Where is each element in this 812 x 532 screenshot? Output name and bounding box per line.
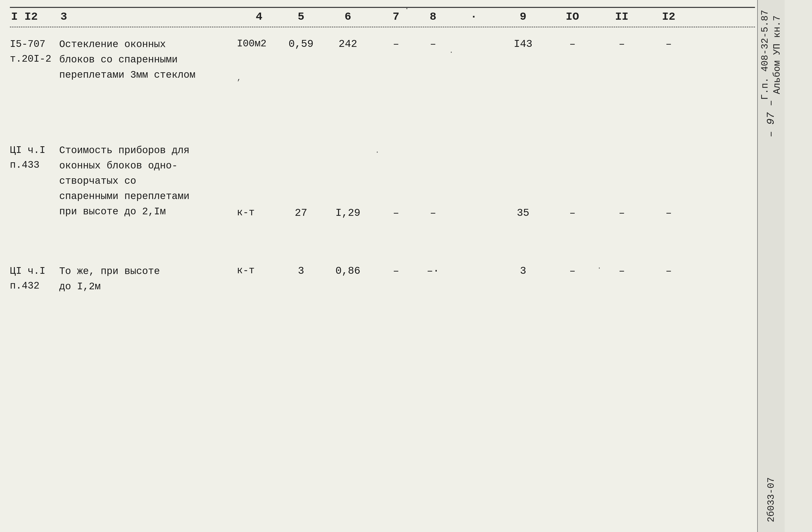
- sidebar-right: Г.п. 408-32-5.87 Альбом УП кн.7 – 97 – 2…: [757, 0, 785, 532]
- row3-unit: к-т: [237, 264, 281, 278]
- table-row: ЦI ч.I п.433 Стоимость приборов для окон…: [10, 141, 755, 244]
- row1-col5: 242: [321, 37, 375, 51]
- row3-col8: 3: [498, 264, 548, 279]
- sidebar-page-number: – 97 –: [764, 100, 778, 137]
- col-header-12: I2: [647, 8, 691, 26]
- row1-col9: –: [548, 37, 597, 51]
- row3-col11: –: [647, 264, 691, 279]
- row2-col9: –: [548, 206, 597, 221]
- row1-col4: 0,59: [281, 37, 321, 51]
- row1-desc: Остекление оконных блоков со спаренными …: [59, 37, 237, 83]
- row3-code: ЦI ч.I п.432: [10, 264, 59, 294]
- row1-col8: I43: [498, 37, 548, 51]
- col-header-1: I I2: [10, 8, 59, 26]
- dot-dec-2: ·: [375, 148, 379, 157]
- row2-col8: 35: [498, 206, 548, 221]
- row1-col7: –: [417, 37, 449, 51]
- col-header-9: 9: [498, 8, 548, 26]
- row1-col11: –: [647, 37, 691, 51]
- row2-col11: –: [647, 206, 691, 221]
- row1-code: I5-707 т.20I-2: [10, 37, 59, 66]
- row1-marker: ,: [237, 74, 241, 83]
- col-header-6: 6: [321, 8, 375, 26]
- row2-col4: 27: [281, 206, 321, 221]
- row3-desc: То же, при высоте до I,2м: [59, 264, 237, 295]
- table-row: ЦI ч.I п.432 То же, при высоте до I,2м к…: [10, 262, 755, 326]
- row2-col5: I,29: [321, 206, 375, 221]
- table-row: I5-707 т.20I-2 Остекление оконных блоков…: [10, 34, 755, 128]
- dot-dec-1: ·: [449, 48, 453, 57]
- row2-col10: –: [597, 206, 647, 221]
- row3-col4: 3: [281, 264, 321, 279]
- row3-col5: 0,86: [321, 264, 375, 279]
- row3-col10: –: [597, 264, 647, 279]
- row2-col7: –: [417, 206, 449, 221]
- row2-unit: к-т: [237, 206, 281, 220]
- page-dot-top: ·: [405, 4, 409, 13]
- row2-col6: –: [375, 206, 417, 221]
- row2-desc: Стоимость приборов для оконных блоков од…: [59, 143, 237, 220]
- row1-col6: –: [375, 37, 417, 51]
- sidebar-doc-number: 2б033-07: [766, 477, 777, 522]
- col-header-10: IO: [548, 8, 597, 26]
- col-header-7: 7: [375, 8, 417, 26]
- row1-col10: –: [597, 37, 647, 51]
- row3-col7: –·: [417, 264, 449, 279]
- col-header-3: 3: [59, 8, 237, 26]
- row3-col9: –: [548, 264, 597, 279]
- col-header-4: 4: [237, 8, 281, 26]
- col-header-8: 8: [417, 8, 449, 26]
- col-header-11: II: [597, 8, 647, 26]
- row1-unit: I00м2: [237, 37, 281, 51]
- col-header-8b: ·: [449, 8, 498, 26]
- row2-code: ЦI ч.I п.433: [10, 143, 59, 173]
- sidebar-title: Г.п. 408-32-5.87 Альбом УП кн.7: [759, 10, 783, 100]
- col-header-5: 5: [281, 8, 321, 26]
- row3-col6: –: [375, 264, 417, 279]
- dot-dec-3: ·: [597, 264, 601, 272]
